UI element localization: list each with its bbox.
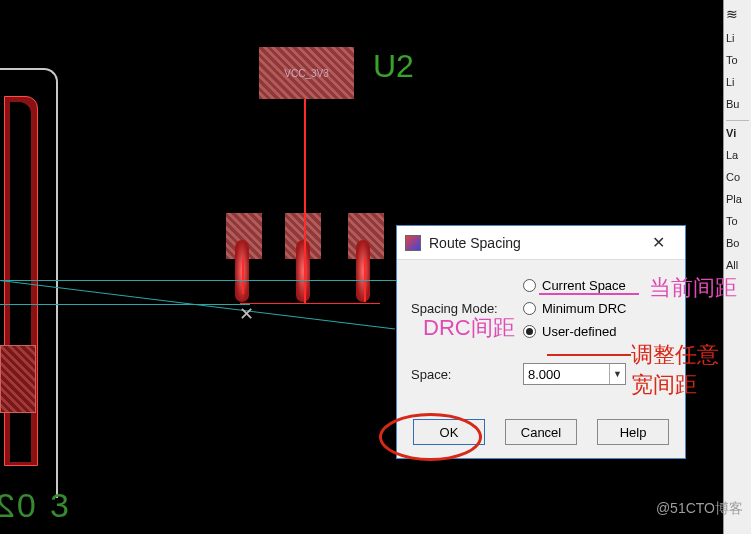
prop-item: Li — [726, 76, 749, 88]
cursor-cross-icon: ✕ — [239, 303, 254, 325]
space-label: Space: — [411, 367, 523, 382]
radio-label: User-defined — [542, 324, 616, 339]
annotation-user-adjust: 调整任意 宽间距 — [631, 340, 719, 400]
thermal-via — [296, 240, 310, 302]
radio-icon — [523, 279, 536, 292]
silk-ref-right: 3 — [50, 486, 71, 525]
chevron-down-icon[interactable]: ▼ — [609, 364, 625, 384]
radio-icon — [523, 302, 536, 315]
watermark: @51CTO博客 — [656, 500, 743, 518]
route-guide-line — [0, 304, 250, 305]
dialog-titlebar[interactable]: Route Spacing ✕ — [397, 226, 685, 260]
spacing-mode-radio-group: Current Space Minimum DRC User-defined — [523, 278, 627, 339]
properties-panel-sliver: ≋ Li To Li Bu Vi La Co Pla To Bo All — [723, 0, 751, 534]
prop-item: Co — [726, 171, 749, 183]
component-pad-left — [0, 345, 36, 413]
large-smd-pad: VCC_3V3 — [259, 47, 354, 99]
silk-ref-left: 02 — [0, 486, 36, 525]
radio-label: Current Space — [542, 278, 626, 293]
component-reference: U2 — [373, 48, 414, 85]
app-icon — [405, 235, 421, 251]
prop-item: Bu — [726, 98, 749, 110]
net-label: VCC_3V3 — [284, 68, 328, 79]
thermal-via — [356, 240, 370, 302]
dialog-title: Route Spacing — [429, 235, 639, 251]
annotation-current-spacing: 当前间距 — [649, 273, 737, 303]
close-icon[interactable]: ✕ — [639, 229, 677, 257]
radio-user-defined[interactable]: User-defined — [523, 324, 627, 339]
ratsnest-line — [240, 303, 380, 304]
space-combobox[interactable]: 8.000 ▼ — [523, 363, 626, 385]
radio-label: Minimum DRC — [542, 301, 627, 316]
prop-item: La — [726, 149, 749, 161]
radio-icon — [523, 325, 536, 338]
radio-current-space[interactable]: Current Space — [523, 278, 627, 293]
prop-item: Bo — [726, 237, 749, 249]
prop-item: To — [726, 215, 749, 227]
radio-minimum-drc[interactable]: Minimum DRC — [523, 301, 627, 316]
annotation-drc-spacing: DRC间距 — [423, 313, 515, 343]
space-value: 8.000 — [528, 367, 561, 382]
prop-section: Vi — [726, 127, 749, 139]
prop-item: All — [726, 259, 749, 271]
ratsnest-line — [242, 258, 244, 294]
prop-item: Li — [726, 32, 749, 44]
ratsnest-line — [304, 99, 306, 303]
prop-item: To — [726, 54, 749, 66]
annotation-ok-highlight — [379, 413, 482, 461]
prop-item: Pla — [726, 193, 749, 205]
cancel-button[interactable]: Cancel — [505, 419, 577, 445]
route-guide-line — [0, 280, 398, 281]
help-button[interactable]: Help — [597, 419, 669, 445]
